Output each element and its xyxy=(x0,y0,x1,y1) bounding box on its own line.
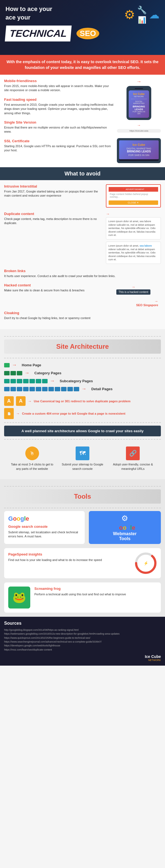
arch-subcat-label: Subcategory Pages xyxy=(60,379,93,383)
avoid-hacked: Hacked content Make sure the site is cle… xyxy=(4,283,161,298)
google-logo: Google xyxy=(8,515,81,522)
url-arrow: → xyxy=(137,123,141,127)
frog-content: Screaming frog Perform a technical audit… xyxy=(34,587,126,609)
google-search-console-card: Google Google search console Submit site… xyxy=(4,511,85,544)
screaming-frog-card: 🐸 Screaming frog Perform a technical aud… xyxy=(4,582,161,613)
pagespeed-desc: Find out how is your site loading and wh… xyxy=(8,558,131,562)
detail-folder-5 xyxy=(29,387,35,391)
bottom-tips: 🖱 Take at most 3-4 clicks to get to any … xyxy=(4,442,161,475)
intro-section: With the emphasis of content today, it i… xyxy=(0,55,165,75)
avoid-intrusive-desc: From Jan 2017, Google started taking act… xyxy=(4,189,103,198)
subcat-folder-2 xyxy=(10,379,16,383)
source-link-5[interactable]: https://developers.google.com/web/tools/… xyxy=(4,644,161,648)
avoid-hacked-title: Hacked content xyxy=(4,283,103,287)
tip-fast-desc: First announced in 2010, Google crawls y… xyxy=(4,103,114,115)
avoid-broken-links: Broken links It hurts user experience. C… xyxy=(4,269,161,278)
gsc-title: Google search console xyxy=(8,525,81,529)
source-link-3[interactable]: https://www.quicksprout.com/2013/02/25/t… xyxy=(4,636,161,640)
letter-a-icon-2: A xyxy=(16,396,26,406)
category-folder-icons xyxy=(4,371,22,375)
wrench-icon: 🔧 xyxy=(137,5,147,14)
arch-home-row: → Home Page xyxy=(4,361,161,369)
ice-cube-logo: Ice Cube NETWORK xyxy=(4,654,161,661)
seo-badge: SEO xyxy=(77,28,99,39)
tip-ssl: SSL Certificate Starting 2014, Google us… xyxy=(4,139,114,153)
architecture-title: Site Architecture xyxy=(7,343,158,350)
avoid-intrusive-title: Intrusive Interstitial xyxy=(4,184,103,188)
source-link-6[interactable]: https://moz.com/learn/seo/duplicate-cont… xyxy=(4,648,161,652)
tools-title-bar: Tools xyxy=(4,489,161,504)
tip-single-title: Single Site Version xyxy=(4,120,114,124)
brand-sub: NETWORK xyxy=(4,659,161,661)
tools-row-1: Google Google search console Submit site… xyxy=(4,511,161,544)
pagespeed-icon-area: ⚡ xyxy=(135,552,157,574)
avoid-cloaking-title: Cloaking xyxy=(4,311,161,315)
cat-folder-1 xyxy=(4,371,10,375)
header-section: How to ace your ace your TECHNICAL SEO ⚙… xyxy=(0,0,165,55)
hacked-label: This is a hacked content xyxy=(116,289,150,294)
detail-folder-icons xyxy=(4,387,79,391)
bottom-tip-urls-text: Adopt user-friendly, concise & meaningfu… xyxy=(109,462,157,471)
source-link-2[interactable]: https://webmasters.googleblog.com/2016/0… xyxy=(4,632,161,636)
arch-detail-arrow: → xyxy=(81,386,86,392)
detail-folder-8 xyxy=(48,387,54,391)
seo-singapore: SEO Singapore xyxy=(4,303,158,307)
error-page-icon: 📄 xyxy=(4,408,14,419)
laptop-mockup: Ice Cube DIGITAL MARKETING BRINGING LEAD… xyxy=(117,138,161,163)
cat-folder-3 xyxy=(17,371,22,375)
pagespeed-card: PageSpeed insights Find out how is your … xyxy=(4,548,161,578)
arch-detail-label: Detail Pages xyxy=(91,387,112,391)
detail-folder-7 xyxy=(42,387,48,391)
tools-title: Tools xyxy=(7,493,158,500)
tips-section: Mobile-friendliness From 2015, more mobi… xyxy=(0,75,165,167)
lorem-box-2: Lorem ipsum dolor sit amet, sea labore v… xyxy=(106,242,161,264)
detail-folder-2 xyxy=(10,387,16,391)
arrow-to-lorem1: → xyxy=(106,212,161,216)
avoid-cloaking: Cloaking Don't try to cheat Google by hi… xyxy=(4,311,161,320)
mobile-arrow: → xyxy=(136,79,141,84)
avoid-duplicate: Duplicate content Check page content, me… xyxy=(4,212,161,266)
brand-name: Ice Cube xyxy=(4,654,161,659)
pagespeed-content: PageSpeed insights Find out how is your … xyxy=(8,552,131,574)
detail-folder-1 xyxy=(4,387,10,391)
avoid-intrusive: Intrusive Interstitial From Jan 2017, Go… xyxy=(4,184,161,208)
detail-folder-11 xyxy=(67,387,73,391)
sources-section: Sources http://googleblog.blogspot.com/2… xyxy=(0,617,165,665)
avoid-broken-desc: It hurts user experience. Conduct a site… xyxy=(4,274,161,278)
chart-icon: 📊 xyxy=(137,16,147,24)
tip-mobile-desc: From 2015, more mobile-friendly sites wi… xyxy=(4,84,114,93)
avoid-title: What to avoid xyxy=(4,170,161,177)
arch-summary: A well planned site architecture allows … xyxy=(4,426,161,436)
cat-folder-2 xyxy=(10,371,16,375)
frog-icon: 🐸 xyxy=(8,587,30,609)
detail-folder-12 xyxy=(74,387,79,391)
detail-folder-9 xyxy=(55,387,60,391)
avoid-hacked-desc: Make sure the site is clean & secure fro… xyxy=(4,288,103,292)
subcat-folder-6 xyxy=(36,379,41,383)
bottom-tip-clicks-text: Take at most 3-4 clicks to get to any pa… xyxy=(8,462,56,471)
tip-single-site: Single Site Version Ensure that there ar… xyxy=(4,120,114,134)
site-architecture-section: Site Architecture → Home Page → Category… xyxy=(0,329,165,479)
lorem-box-1: Lorem ipsum dolor sit amet, sea labore v… xyxy=(106,217,161,240)
source-link-4[interactable]: https://www.searchenginejournal.com/adva… xyxy=(4,640,161,644)
bottom-tip-urls: 🔗 Adopt user-friendly, concise & meaning… xyxy=(109,446,157,471)
subcat-folder-5 xyxy=(29,379,35,383)
home-folder-icon xyxy=(4,363,10,367)
url-icon: 🔗 xyxy=(126,446,140,460)
error-arrow: → xyxy=(16,411,20,416)
error-row: 📄 → Create a custom 404 error page to te… xyxy=(4,408,161,419)
webmaster-gear-icon: ⚙ xyxy=(91,514,158,523)
intrusive-mockup: 🛑 ADVERTISEMENT Page content hidden behi… xyxy=(106,184,161,208)
laptop-brand-large: Ice Cube xyxy=(122,143,156,146)
subcat-folder-3 xyxy=(17,379,22,383)
tip-fast-title: Fast loading speed xyxy=(4,97,114,102)
arch-subcat-arrow: → xyxy=(50,378,55,384)
webmaster-tools-card: ⚙ Google Webmaster Tools xyxy=(89,511,161,544)
source-link-1[interactable]: http://googleblog.blogspot.com/2014/08/h… xyxy=(4,628,161,632)
letter-a-icon-1: A xyxy=(4,396,14,406)
sources-title: Sources xyxy=(4,621,161,626)
gsc-desc: Submit sitemap, set localization and che… xyxy=(8,530,81,539)
detail-folder-4 xyxy=(23,387,29,391)
url-bar: https://icecube.asia xyxy=(117,129,161,133)
webmaster-title: Webmaster xyxy=(91,531,158,536)
